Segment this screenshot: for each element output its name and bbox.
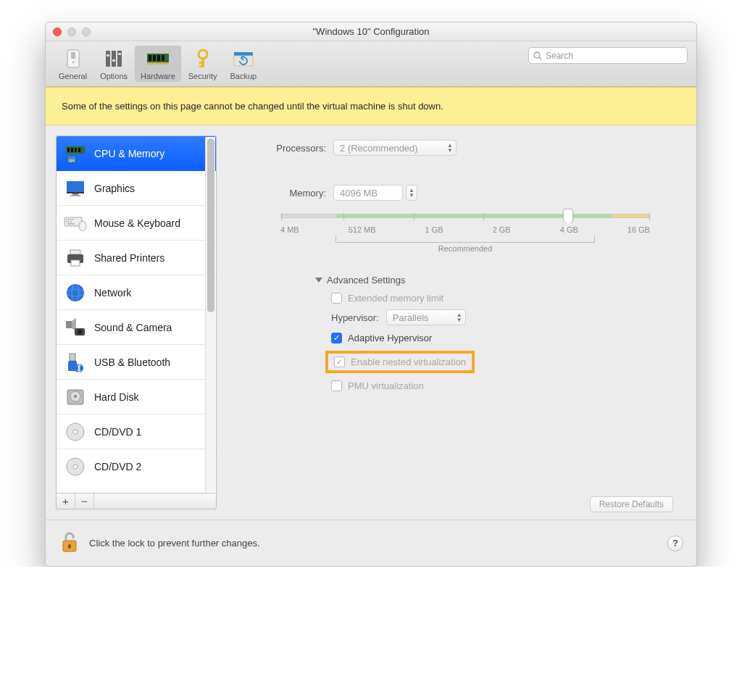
tab-options[interactable]: Options — [94, 46, 133, 82]
add-button[interactable]: + — [57, 493, 75, 509]
svg-rect-38 — [72, 219, 74, 220]
adaptive-hypervisor-row[interactable]: ✓ Adaptive Hypervisor — [331, 333, 673, 343]
hypervisor-row: Hypervisor: Parallels ▲▼ — [331, 309, 673, 325]
svg-rect-64 — [68, 544, 71, 549]
svg-rect-11 — [153, 55, 156, 61]
options-icon — [101, 47, 126, 70]
window-title: "Windows 10" Configuration — [313, 26, 430, 37]
sidebar-item-network[interactable]: Network — [57, 275, 216, 310]
svg-rect-3 — [106, 51, 110, 67]
extended-memory-row[interactable]: Extended memory limit — [331, 293, 673, 304]
disc-icon — [64, 420, 87, 443]
usb-bluetooth-icon — [64, 351, 87, 374]
hardware-icon — [146, 47, 170, 70]
tab-label: Security — [188, 72, 217, 80]
extended-memory-label: Extended memory limit — [348, 293, 443, 304]
tab-general[interactable]: General — [53, 46, 93, 82]
svg-rect-33 — [70, 195, 80, 196]
chip-icon: cpu — [64, 142, 87, 165]
sidebar-item-label: CD/DVD 1 — [94, 426, 141, 438]
lock-icon[interactable] — [59, 530, 80, 556]
checkbox-icon[interactable] — [331, 293, 342, 304]
printer-icon — [64, 246, 87, 270]
stepper-icon: ▲▼ — [447, 143, 453, 153]
sidebar-item-usb-bluetooth[interactable]: USB & Bluetooth — [57, 345, 216, 380]
restore-defaults-button[interactable]: Restore Defaults — [590, 496, 673, 512]
processors-value: 2 (Recommended) — [340, 143, 418, 154]
sidebar-item-label: Network — [94, 287, 131, 299]
svg-rect-31 — [67, 192, 84, 193]
svg-rect-8 — [118, 53, 121, 55]
sidebar-item-cd-dvd-2[interactable]: CD/DVD 2 — [57, 449, 216, 484]
advanced-toggle[interactable]: Advanced Settings — [315, 275, 673, 286]
slider-labels: 4 MB 512 MB 1 GB 2 GB 4 GB 16 GB — [280, 225, 650, 234]
keyboard-icon — [64, 212, 87, 235]
svg-rect-27 — [78, 148, 80, 152]
footer: Click the lock to prevent further change… — [46, 520, 696, 566]
sidebar-scrollbar[interactable] — [205, 137, 215, 492]
recommended-bracket — [335, 236, 595, 243]
svg-rect-6 — [107, 54, 109, 57]
svg-rect-40 — [68, 221, 70, 222]
search-icon — [533, 51, 542, 60]
sidebar-item-graphics[interactable]: Graphics — [57, 171, 216, 206]
pmu-virt-row[interactable]: PMU virtualization — [331, 380, 673, 391]
svg-rect-14 — [147, 62, 169, 64]
svg-point-43 — [79, 221, 86, 231]
memory-stepper[interactable]: ▲ ▼ — [406, 185, 417, 201]
checkbox-icon[interactable]: ✓ — [334, 357, 345, 367]
nested-virt-row[interactable]: ✓ Enable nested virtualization — [334, 357, 466, 367]
tab-backup[interactable]: Backup — [225, 46, 263, 82]
svg-rect-25 — [71, 148, 73, 152]
nested-virt-highlight: ✓ Enable nested virtualization — [325, 351, 475, 373]
zoom-icon — [82, 28, 91, 36]
pmu-label: PMU virtualization — [348, 380, 424, 391]
settings-pane: Processors: 2 (Recommended) ▲▼ Memory: 4… — [228, 136, 686, 509]
sidebar-item-label: Mouse & Keyboard — [94, 217, 180, 229]
search-field[interactable] — [528, 47, 688, 64]
svg-rect-10 — [149, 55, 151, 61]
sidebar-item-label: Sound & Camera — [94, 322, 172, 333]
tab-hardware[interactable]: Hardware — [135, 46, 181, 82]
memory-field[interactable]: 4096 MB — [333, 185, 403, 201]
svg-rect-1 — [71, 52, 75, 59]
sidebar-item-shared-printers[interactable]: Shared Printers — [57, 241, 216, 275]
close-icon[interactable] — [53, 28, 62, 36]
processors-combo[interactable]: 2 (Recommended) ▲▼ — [333, 140, 457, 156]
tab-security[interactable]: Security — [183, 46, 223, 82]
disc-icon — [64, 455, 87, 478]
svg-rect-50 — [66, 321, 72, 328]
checkbox-icon[interactable]: ✓ — [331, 333, 342, 343]
slider-track[interactable] — [280, 214, 650, 218]
slider-thumb[interactable] — [563, 209, 573, 222]
processors-label: Processors: — [235, 143, 326, 154]
checkbox-icon[interactable] — [331, 380, 342, 391]
lock-text: Click the lock to prevent further change… — [89, 538, 260, 549]
memory-slider[interactable]: 4 MB 512 MB 1 GB 2 GB 4 GB 16 GB Recomme… — [280, 214, 650, 253]
tab-label: Hardware — [141, 72, 175, 80]
svg-rect-41 — [70, 221, 72, 222]
scrollbar-thumb[interactable] — [207, 138, 214, 312]
sidebar-item-label: Hard Disk — [94, 391, 138, 403]
svg-point-2 — [72, 62, 74, 63]
search-input[interactable] — [546, 51, 683, 61]
svg-point-21 — [534, 52, 540, 58]
help-button[interactable]: ? — [667, 536, 683, 551]
svg-rect-44 — [70, 250, 80, 254]
sidebar-item-mouse-keyboard[interactable]: Mouse & Keyboard — [57, 206, 216, 241]
sidebar-item-cd-dvd-1[interactable]: CD/DVD 1 — [57, 414, 216, 449]
sidebar-item-cpu-memory[interactable]: cpu CPU & Memory — [57, 136, 216, 171]
svg-rect-19 — [234, 52, 253, 56]
svg-rect-13 — [162, 55, 164, 61]
monitor-icon — [64, 177, 87, 200]
sidebar-item-hard-disk[interactable]: Hard Disk — [57, 380, 216, 414]
sidebar: cpu CPU & Memory Graphics — [56, 136, 217, 509]
svg-rect-4 — [112, 51, 116, 67]
svg-rect-46 — [71, 260, 80, 266]
hypervisor-combo[interactable]: Parallels ▲▼ — [386, 309, 466, 325]
remove-button[interactable]: − — [75, 493, 94, 509]
adaptive-label: Adaptive Hypervisor — [348, 333, 432, 343]
hypervisor-label: Hypervisor: — [331, 312, 379, 323]
sidebar-item-sound-camera[interactable]: Sound & Camera — [57, 310, 216, 345]
sidebar-list: cpu CPU & Memory Graphics — [56, 136, 217, 493]
